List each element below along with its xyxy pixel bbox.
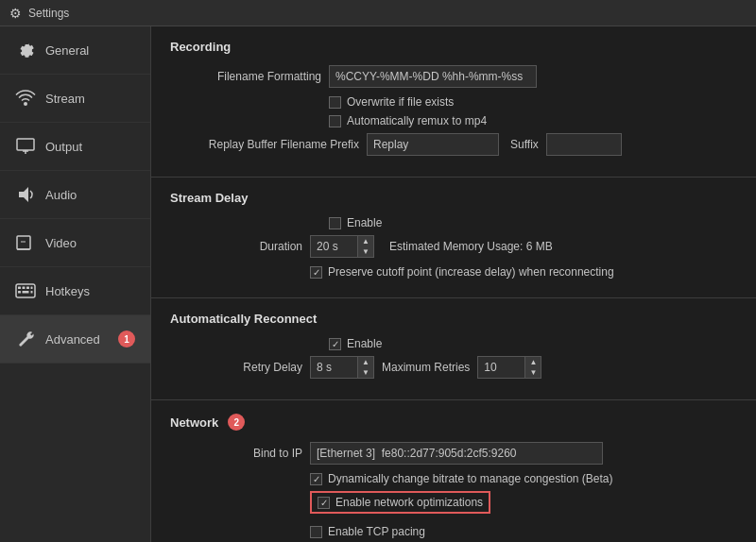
max-retries-up[interactable]: ▲ (525, 357, 541, 367)
svg-rect-13 (18, 291, 21, 294)
bind-ip-label: Bind to IP (170, 447, 302, 460)
sidebar-item-output[interactable]: Output (0, 123, 150, 171)
sidebar-item-audio[interactable]: Audio (0, 171, 150, 219)
retry-delay-input[interactable] (310, 356, 357, 379)
gear-icon (15, 40, 36, 60)
network-section: Network 2 Bind to IP Dynamically change … (151, 400, 756, 542)
output-icon (15, 136, 36, 157)
stream-delay-title: Stream Delay (170, 191, 737, 205)
sidebar-label-video: Video (45, 236, 77, 250)
sidebar-item-hotkeys[interactable]: Hotkeys (0, 267, 150, 315)
settings-icon: ⚙ (8, 6, 23, 21)
app-container: General Stream (0, 26, 756, 542)
sidebar-label-hotkeys: Hotkeys (45, 284, 90, 298)
sidebar: General Stream (0, 26, 151, 542)
suffix-input[interactable] (546, 133, 622, 156)
dynamic-bitrate-row: Dynamically change bitrate to manage con… (310, 472, 737, 485)
svg-rect-15 (31, 291, 33, 294)
duration-arrows: ▲ ▼ (357, 235, 374, 258)
filename-formatting-row: Filename Formatting (170, 65, 737, 88)
recording-section: Recording Filename Formatting Overwrite … (151, 26, 756, 178)
duration-up-arrow[interactable]: ▲ (358, 236, 373, 246)
svg-rect-14 (23, 291, 29, 294)
retry-delay-spinbox[interactable]: ▲ ▼ (310, 356, 374, 379)
preserve-checkbox[interactable] (310, 266, 322, 279)
filename-formatting-label: Filename Formatting (170, 70, 321, 83)
preserve-label: Preserve cutoff point (increase delay) w… (328, 265, 614, 279)
reconnect-enable-row: Enable (329, 337, 737, 350)
stream-delay-enable-row: Enable (329, 216, 737, 229)
stream-delay-section: Stream Delay Enable Duration ▲ ▼ Estimat… (151, 178, 756, 298)
svg-marker-4 (19, 187, 28, 202)
retry-delay-label: Retry Delay (170, 361, 302, 374)
bind-ip-row: Bind to IP (170, 442, 737, 465)
svg-rect-5 (17, 236, 30, 249)
svg-rect-10 (23, 287, 26, 290)
network-opt-checkbox[interactable] (318, 497, 330, 509)
recording-title: Recording (170, 40, 737, 54)
duration-down-arrow[interactable]: ▼ (358, 246, 373, 257)
wifi-icon (15, 88, 36, 109)
sidebar-item-general[interactable]: General (0, 26, 150, 75)
video-icon (15, 232, 36, 253)
sidebar-item-stream[interactable]: Stream (0, 75, 150, 123)
stream-delay-enable-label: Enable (347, 216, 382, 229)
wrench-icon (15, 329, 36, 349)
max-retries-down[interactable]: ▼ (525, 367, 541, 378)
replay-buffer-label: Replay Buffer Filename Prefix (170, 138, 359, 151)
speaker-icon (15, 184, 36, 205)
bind-ip-input[interactable] (310, 442, 603, 465)
filename-formatting-input[interactable] (329, 65, 537, 88)
title-bar-text: Settings (28, 7, 69, 20)
svg-rect-12 (31, 287, 33, 290)
reconnect-enable-label: Enable (347, 337, 382, 350)
replay-buffer-row: Replay Buffer Filename Prefix Suffix (170, 133, 737, 156)
sidebar-label-audio: Audio (45, 188, 77, 202)
remux-checkbox[interactable] (329, 115, 341, 127)
estimated-memory-label: Estimated Memory Usage: 6 MB (389, 240, 553, 253)
overwrite-row: Overwrite if file exists (329, 95, 737, 109)
auto-reconnect-title: Automatically Reconnect (170, 312, 737, 326)
retry-delay-down[interactable]: ▼ (358, 367, 373, 378)
sidebar-label-advanced: Advanced (45, 332, 100, 347)
duration-spinbox[interactable]: ▲ ▼ (310, 235, 374, 258)
auto-reconnect-section: Automatically Reconnect Enable Retry Del… (151, 298, 756, 400)
tcp-pacing-row: Enable TCP pacing (310, 525, 737, 538)
network-badge: 2 (228, 414, 245, 431)
reconnect-enable-checkbox[interactable] (329, 338, 341, 350)
preserve-row: Preserve cutoff point (increase delay) w… (310, 265, 737, 279)
suffix-label: Suffix (510, 138, 539, 151)
max-retries-arrows: ▲ ▼ (524, 356, 541, 379)
retry-delay-up[interactable]: ▲ (358, 357, 373, 367)
dynamic-bitrate-checkbox[interactable] (310, 473, 322, 485)
dynamic-bitrate-label: Dynamically change bitrate to manage con… (328, 472, 613, 485)
svg-rect-9 (18, 287, 21, 290)
duration-input[interactable] (310, 235, 357, 258)
remux-row: Automatically remux to mp4 (329, 114, 737, 127)
stream-delay-enable-checkbox[interactable] (329, 217, 341, 229)
max-retries-spinbox[interactable]: ▲ ▼ (477, 356, 541, 379)
max-retries-label: Maximum Retries (382, 361, 470, 374)
tcp-pacing-checkbox[interactable] (310, 526, 322, 538)
retry-delay-row: Retry Delay ▲ ▼ Maximum Retries ▲ ▼ (170, 356, 737, 379)
network-opt-highlight: Enable network optimizations (310, 491, 737, 519)
overwrite-checkbox[interactable] (329, 96, 341, 109)
duration-label: Duration (170, 240, 302, 253)
sidebar-item-video[interactable]: Video (0, 219, 150, 267)
advanced-badge: 1 (118, 330, 135, 347)
network-opt-label: Enable network optimizations (335, 496, 483, 509)
max-retries-input[interactable] (477, 356, 524, 379)
svg-point-0 (24, 102, 27, 106)
keyboard-icon (15, 280, 36, 301)
title-bar: ⚙ Settings (0, 0, 756, 26)
sidebar-item-advanced[interactable]: Advanced 1 (0, 315, 150, 364)
sidebar-label-stream: Stream (45, 92, 85, 106)
network-opt-box: Enable network optimizations (310, 491, 490, 514)
remux-label: Automatically remux to mp4 (347, 114, 487, 127)
network-title: Network 2 (170, 414, 737, 431)
retry-delay-arrows: ▲ ▼ (357, 356, 374, 379)
svg-rect-1 (17, 139, 34, 150)
sidebar-label-general: General (45, 43, 89, 58)
duration-row: Duration ▲ ▼ Estimated Memory Usage: 6 M… (170, 235, 737, 258)
replay-buffer-input[interactable] (367, 133, 499, 156)
